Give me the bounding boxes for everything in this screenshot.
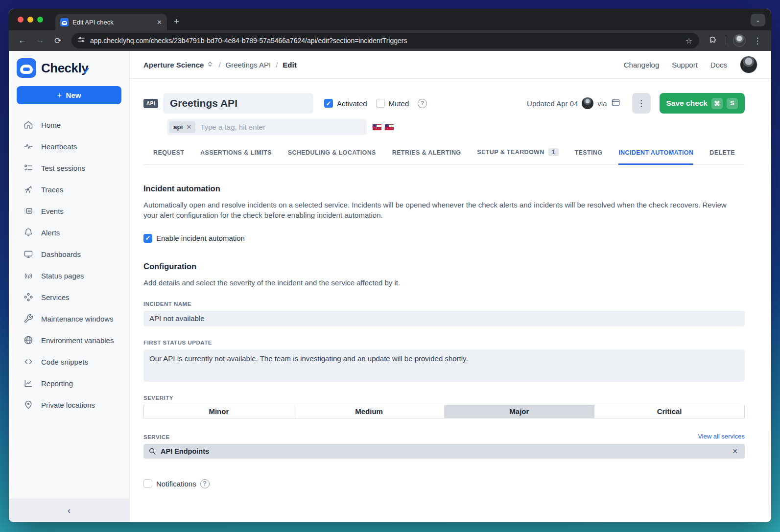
breadcrumb: Aperture Science / Greetings API / Edit: [143, 61, 297, 69]
checkly-raccoon-icon: [17, 58, 36, 78]
check-type-badge: API: [143, 99, 158, 108]
telescope-icon: [24, 185, 33, 194]
incident-name-input[interactable]: API not available: [143, 311, 745, 326]
tag-row: api ✕ Type a tag, hit enter: [143, 119, 745, 135]
checkly-favicon-icon: [60, 18, 69, 26]
close-window-button[interactable]: [18, 17, 24, 23]
save-check-button[interactable]: Save check ⌘ S: [660, 93, 745, 114]
browser-toolbar: ← → ⟳ app.checklyhq.com/checks/23b4791b-…: [9, 30, 771, 51]
wordmark-check-icon: ✓: [82, 65, 90, 77]
incident-automation-description: Automatically open and resolve incidents…: [143, 200, 741, 221]
extensions-icon[interactable]: [705, 33, 721, 48]
service-label-row: SERVICE View all services: [143, 433, 745, 440]
sidebar-item-traces[interactable]: Traces: [9, 179, 129, 200]
sidebar-item-code-snippets[interactable]: Code snippets: [9, 351, 129, 372]
back-button[interactable]: ←: [15, 33, 30, 48]
forward-button[interactable]: →: [32, 33, 48, 48]
severity-segmented-control: Minor Medium Major Critical: [143, 405, 745, 418]
tag-chip: api ✕: [169, 121, 195, 133]
clear-service-icon[interactable]: ✕: [732, 447, 740, 455]
check-tabs: REQUEST ASSERTIONS & LIMITS SCHEDULING &…: [143, 148, 745, 165]
heartbeat-icon: [24, 141, 33, 151]
site-info-icon[interactable]: [77, 36, 85, 46]
sidebar-item-heartbeats[interactable]: Heartbeats: [9, 136, 129, 157]
check-actions: Updated Apr 04 via ⋮ Save check ⌘ S: [527, 93, 745, 114]
address-bar[interactable]: app.checklyhq.com/checks/23b4791b-bd70-4…: [71, 33, 699, 48]
tab-incident-automation[interactable]: INCIDENT AUTOMATION: [618, 149, 693, 165]
enable-incident-checkbox[interactable]: [143, 234, 152, 243]
more-options-button[interactable]: ⋮: [632, 93, 651, 114]
new-button-label: New: [66, 91, 81, 99]
notifications-help-icon[interactable]: ?: [200, 479, 210, 488]
tab-search-button[interactable]: ⌄: [751, 14, 765, 26]
home-icon: [24, 120, 33, 130]
checkly-logo[interactable]: Checkly✓: [9, 51, 129, 81]
tab-delete[interactable]: DELETE: [709, 149, 735, 165]
bell-icon: [24, 228, 33, 237]
new-button[interactable]: + New: [17, 86, 121, 104]
tab-close-icon[interactable]: ✕: [157, 19, 162, 26]
sidebar-item-test-sessions[interactable]: Test sessions: [9, 157, 129, 179]
updated-status: Updated Apr 04 via: [527, 97, 620, 109]
account-switcher[interactable]: Aperture Science: [143, 61, 213, 69]
sidebar-collapse-button[interactable]: ‹: [9, 499, 129, 522]
tab-assertions-limits[interactable]: ASSERTIONS & LIMITS: [200, 149, 272, 165]
new-tab-button[interactable]: +: [174, 16, 179, 27]
tag-input[interactable]: api ✕ Type a tag, hit enter: [167, 119, 367, 135]
account-name: Aperture Science: [143, 61, 204, 69]
breadcrumb-current: Edit: [283, 61, 296, 69]
configuration-description: Add details and select the severity of t…: [143, 278, 741, 288]
remove-tag-icon[interactable]: ✕: [187, 123, 192, 131]
sidebar-item-home[interactable]: Home: [9, 114, 129, 136]
sidebar-item-alerts[interactable]: Alerts: [9, 222, 129, 243]
minimize-window-button[interactable]: [27, 17, 33, 23]
maximize-window-button[interactable]: [37, 17, 43, 23]
checkly-wordmark: Checkly✓: [41, 61, 88, 76]
tab-request[interactable]: REQUEST: [153, 149, 184, 165]
browser-profile-avatar[interactable]: [733, 34, 746, 47]
changelog-link[interactable]: Changelog: [624, 61, 660, 69]
sidebar-item-reporting[interactable]: Reporting: [9, 372, 129, 394]
muted-checkbox[interactable]: [376, 99, 385, 108]
url-text[interactable]: app.checklyhq.com/checks/23b4791b-bd70-4…: [90, 37, 678, 45]
check-name-input[interactable]: [163, 93, 313, 114]
browser-tab[interactable]: Edit API check ✕: [55, 14, 167, 30]
activated-checkbox[interactable]: [324, 99, 333, 108]
sidebar-item-label: Alerts: [41, 229, 60, 237]
breadcrumb-check-link[interactable]: Greetings API: [226, 61, 271, 69]
tag-placeholder: Type a tag, hit enter: [200, 123, 265, 131]
sidebar-item-private-locations[interactable]: Private locations: [9, 394, 129, 416]
severity-option-critical[interactable]: Critical: [594, 405, 744, 418]
sidebar-item-label: Status pages: [41, 272, 84, 280]
sidebar-item-label: Reporting: [41, 379, 73, 388]
severity-option-major[interactable]: Major: [444, 405, 594, 418]
docs-link[interactable]: Docs: [710, 61, 727, 69]
map-pin-icon: [24, 400, 33, 410]
help-icon[interactable]: ?: [418, 99, 427, 108]
first-status-update-textarea[interactable]: Our API is currently not available. The …: [143, 349, 745, 382]
tab-setup-teardown[interactable]: SETUP & TEARDOWN1: [477, 148, 558, 165]
support-link[interactable]: Support: [672, 61, 698, 69]
checkly-app: Checkly✓ + New Home Heartbeats Test sess…: [9, 51, 771, 522]
tab-retries-alerting[interactable]: RETRIES & ALERTING: [392, 149, 461, 165]
sidebar-item-services[interactable]: Services: [9, 286, 129, 308]
reload-button[interactable]: ⟳: [50, 33, 66, 48]
chart-icon: [24, 378, 33, 388]
bookmark-star-icon[interactable]: ☆: [683, 36, 695, 46]
tab-testing[interactable]: TESTING: [574, 149, 602, 165]
sidebar-item-environment-variables[interactable]: Environment variables: [9, 329, 129, 351]
us-flag-icon: [373, 124, 381, 130]
sidebar-item-maintenance-windows[interactable]: Maintenance windows: [9, 308, 129, 329]
severity-option-medium[interactable]: Medium: [294, 405, 444, 418]
severity-label: SEVERITY: [143, 395, 745, 401]
severity-option-minor[interactable]: Minor: [144, 405, 294, 418]
profile-avatar[interactable]: [740, 56, 757, 73]
sidebar-item-dashboards[interactable]: Dashboards: [9, 243, 129, 265]
sidebar-item-events[interactable]: Events: [9, 200, 129, 222]
notifications-checkbox[interactable]: [143, 479, 152, 488]
service-search-input[interactable]: API Endpoints ✕: [143, 444, 745, 459]
browser-menu-icon[interactable]: ⋮: [750, 33, 765, 48]
sidebar-item-status-pages[interactable]: Status pages: [9, 265, 129, 286]
tab-scheduling-locations[interactable]: SCHEDULING & LOCATIONS: [288, 149, 376, 165]
view-all-services-link[interactable]: View all services: [698, 433, 745, 440]
